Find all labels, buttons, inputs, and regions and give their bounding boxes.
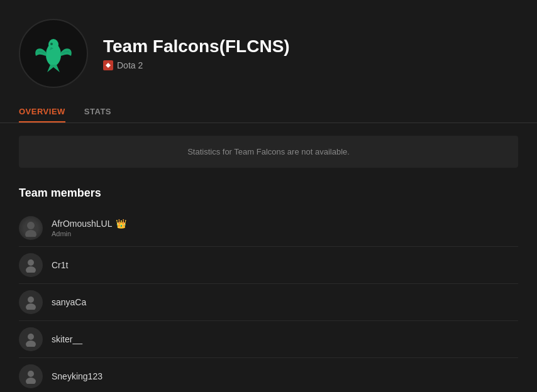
game-name: Dota 2 — [117, 60, 143, 70]
member-info: skiter__ — [52, 334, 82, 344]
dota-icon — [103, 60, 113, 70]
list-item[interactable]: sanyaCa — [19, 284, 518, 321]
team-members-section: Team members AfrOmoushLUL 👑 Admin — [0, 180, 537, 392]
svg-point-2 — [50, 43, 53, 45]
team-header: Team Falcons(FLCNS) Dota 2 — [0, 0, 537, 101]
svg-point-9 — [26, 303, 36, 310]
avatar — [19, 327, 43, 351]
member-name: AfrOmoushLUL 👑 — [52, 219, 126, 229]
list-item[interactable]: Cr1t — [19, 247, 518, 284]
member-info: Sneyking123 — [52, 371, 102, 381]
svg-point-10 — [28, 334, 34, 340]
list-item[interactable]: skiter__ — [19, 321, 518, 358]
list-item[interactable]: AfrOmoushLUL 👑 Admin — [19, 210, 518, 247]
avatar — [19, 290, 43, 314]
team-logo-icon — [28, 28, 79, 79]
avatar-icon — [23, 258, 38, 273]
member-name: skiter__ — [52, 334, 82, 344]
svg-point-12 — [28, 371, 34, 377]
member-info: sanyaCa — [52, 297, 86, 307]
tab-overview[interactable]: OVERVIEW — [19, 101, 65, 122]
team-info: Team Falcons(FLCNS) Dota 2 — [103, 36, 290, 70]
svg-marker-3 — [106, 63, 111, 68]
member-name: Cr1t — [52, 260, 68, 270]
stats-notice: Statistics for Team Falcons are not avai… — [19, 136, 518, 168]
avatar-icon — [22, 219, 40, 237]
member-name: sanyaCa — [52, 297, 86, 307]
team-game: Dota 2 — [103, 60, 290, 70]
svg-point-8 — [28, 297, 34, 303]
section-title: Team members — [19, 187, 518, 200]
team-name: Team Falcons(FLCNS) — [103, 36, 290, 57]
tab-stats[interactable]: STATS — [84, 101, 111, 122]
avatar — [19, 253, 43, 277]
svg-point-13 — [26, 378, 36, 384]
avatar — [19, 216, 43, 240]
member-info: Cr1t — [52, 260, 68, 270]
stats-notice-text: Statistics for Team Falcons are not avai… — [187, 147, 350, 156]
avatar — [19, 364, 43, 388]
svg-point-11 — [26, 340, 36, 347]
team-logo — [19, 19, 88, 88]
svg-point-4 — [27, 222, 35, 229]
svg-point-1 — [48, 39, 58, 50]
avatar-icon — [23, 332, 38, 347]
member-name: Sneyking123 — [52, 371, 102, 381]
avatar-icon — [23, 369, 38, 384]
member-info: AfrOmoushLUL 👑 Admin — [52, 219, 126, 237]
crown-icon: 👑 — [116, 219, 126, 229]
svg-point-5 — [25, 230, 36, 237]
admin-label: Admin — [52, 230, 126, 237]
tabs-bar: OVERVIEW STATS — [0, 101, 537, 123]
avatar-icon — [23, 295, 38, 310]
list-item[interactable]: Sneyking123 — [19, 358, 518, 392]
svg-point-6 — [28, 259, 34, 266]
svg-point-7 — [26, 266, 36, 273]
